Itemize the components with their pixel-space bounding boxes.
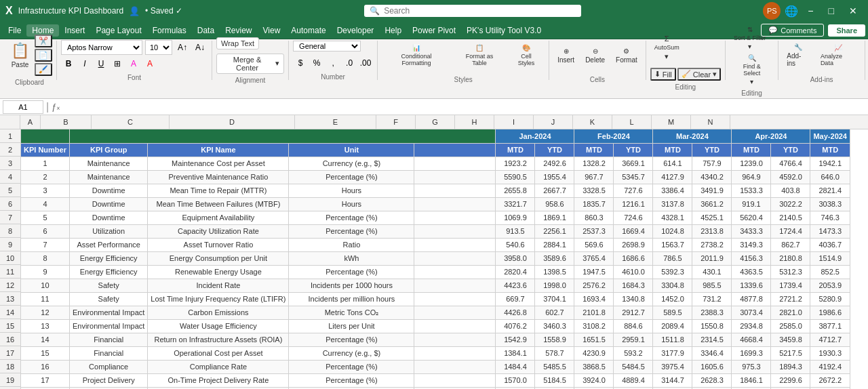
- col-header-b[interactable]: B: [41, 115, 92, 129]
- row-num-15[interactable]: 15: [0, 319, 20, 333]
- cell-a2[interactable]: KPI Number: [21, 143, 69, 157]
- col-header-a[interactable]: A: [20, 115, 41, 129]
- cell-jan-ytd[interactable]: 2492.6: [535, 157, 574, 170]
- cell-j1[interactable]: Mar-2024: [653, 129, 732, 143]
- cell-mar-ytd[interactable]: 757.9: [692, 157, 732, 170]
- cell-kpi-num[interactable]: 1: [21, 157, 69, 170]
- row-num-18[interactable]: 18: [0, 360, 20, 373]
- autosum-button[interactable]: Σ AutoSum ▾: [650, 30, 684, 65]
- row-num-10[interactable]: 10: [0, 251, 20, 265]
- col-header-j[interactable]: J: [534, 115, 573, 129]
- cell-styles-button[interactable]: 🎨 Cell Styles: [508, 38, 545, 73]
- menu-formulas[interactable]: Formulas: [147, 24, 192, 37]
- menu-automate[interactable]: Automate: [285, 24, 331, 37]
- menu-page-layout[interactable]: Page Layout: [90, 24, 146, 37]
- row-num-13[interactable]: 13: [0, 292, 20, 306]
- paste-button[interactable]: 📋 Paste: [7, 38, 33, 73]
- font-size-select[interactable]: 10: [145, 40, 172, 55]
- wrap-text-button[interactable]: Wrap Text: [216, 37, 259, 49]
- cell-apr-ytd[interactable]: 4766.4: [771, 157, 810, 170]
- cell-f1[interactable]: Jan-2024: [496, 129, 574, 143]
- col-header-f[interactable]: F: [376, 115, 416, 129]
- cell-j2[interactable]: MTD: [653, 143, 692, 157]
- insert-button[interactable]: ⊕ Insert: [553, 38, 578, 73]
- share-button[interactable]: Share: [828, 24, 865, 37]
- format-as-table-button[interactable]: 📋 Format as Table: [454, 38, 505, 73]
- underline-button[interactable]: U: [94, 56, 108, 71]
- comments-button[interactable]: 💬 Comments: [761, 24, 824, 37]
- row-num-2[interactable]: 2: [0, 143, 20, 157]
- format-painter-button[interactable]: 🖌️: [35, 63, 52, 76]
- col-header-m[interactable]: M: [652, 115, 691, 129]
- close-button[interactable]: ✕: [844, 4, 863, 18]
- menu-review[interactable]: Review: [220, 24, 257, 37]
- row-num-4[interactable]: 4: [0, 170, 20, 184]
- cell-l1[interactable]: Apr-2024: [732, 129, 810, 143]
- cell-reference-input[interactable]: [3, 100, 43, 114]
- cell-b2[interactable]: KPI Group: [69, 143, 147, 157]
- row-num-12[interactable]: 12: [0, 279, 20, 292]
- cut-button[interactable]: ✂️: [35, 35, 52, 47]
- row-num-9[interactable]: 9: [0, 238, 20, 251]
- cell-g2[interactable]: YTD: [535, 143, 574, 157]
- analyze-data-button[interactable]: 📈 Analyze Data: [816, 38, 861, 73]
- cell-h1[interactable]: Feb-2024: [574, 129, 653, 143]
- currency-button[interactable]: $: [293, 56, 308, 70]
- cell-feb-mtd[interactable]: 1328.2: [574, 157, 614, 170]
- cell-i2[interactable]: YTD: [614, 143, 653, 157]
- cell-d2[interactable]: Unit: [289, 143, 414, 157]
- menu-insert[interactable]: Insert: [59, 24, 90, 37]
- cell-k2[interactable]: YTD: [692, 143, 732, 157]
- col-header-c[interactable]: C: [92, 115, 170, 129]
- format-button[interactable]: ⚙ Format: [612, 38, 642, 73]
- cell-apr-mtd[interactable]: 1239.0: [732, 157, 771, 170]
- search-input[interactable]: [384, 6, 574, 16]
- fill-button[interactable]: ⬇ Fill: [650, 68, 676, 81]
- row-num-19[interactable]: 19: [0, 373, 20, 387]
- cell-c2[interactable]: KPI Name: [148, 143, 289, 157]
- merge-dropdown-icon[interactable]: ▾: [275, 59, 279, 68]
- menu-help[interactable]: Help: [379, 24, 407, 37]
- cell-kpi-name[interactable]: Maintenance Cost per Asset: [148, 157, 289, 170]
- clear-button[interactable]: 🧹 Clear ▾: [677, 68, 721, 81]
- col-header-i[interactable]: I: [494, 115, 534, 129]
- sort-dropdown[interactable]: ▾: [748, 43, 751, 50]
- profile-button[interactable]: PS: [763, 2, 781, 20]
- cell-mar-mtd[interactable]: 614.1: [653, 157, 692, 170]
- cell-kpi-group[interactable]: Maintenance: [69, 157, 147, 170]
- row-num-3[interactable]: 3: [0, 157, 20, 170]
- decrease-font-button[interactable]: A↓: [193, 40, 208, 55]
- cell-n2[interactable]: MTD: [810, 143, 850, 157]
- cell-feb-ytd[interactable]: 3669.1: [614, 157, 653, 170]
- col-header-n[interactable]: N: [691, 115, 730, 129]
- minimize-button[interactable]: −: [802, 4, 818, 18]
- comma-button[interactable]: ,: [326, 56, 340, 70]
- col-header-d[interactable]: D: [170, 115, 295, 129]
- col-header-k[interactable]: K: [573, 115, 612, 129]
- cell-f2[interactable]: MTD: [496, 143, 535, 157]
- col-header-e[interactable]: E: [295, 115, 376, 129]
- font-name-select[interactable]: Aptos Narrow: [61, 40, 142, 55]
- row-num-8[interactable]: 8: [0, 224, 20, 238]
- maximize-button[interactable]: □: [823, 4, 840, 18]
- conditional-formatting-button[interactable]: 📊 Conditional Formatting: [382, 38, 451, 73]
- fill-color-button[interactable]: A: [126, 56, 141, 71]
- delete-button[interactable]: ⊖ Delete: [581, 38, 609, 73]
- italic-button[interactable]: I: [77, 56, 92, 71]
- increase-font-button[interactable]: A↑: [175, 40, 190, 55]
- copy-button[interactable]: 📄: [35, 49, 52, 62]
- clear-dropdown[interactable]: ▾: [713, 70, 717, 79]
- cell-a1[interactable]: [21, 129, 69, 143]
- cell-e2[interactable]: [414, 143, 496, 157]
- find-dropdown[interactable]: ▾: [750, 78, 753, 85]
- cell-h2[interactable]: MTD: [574, 143, 614, 157]
- row-num-5[interactable]: 5: [0, 184, 20, 197]
- font-color-button[interactable]: A: [142, 56, 157, 71]
- formula-input[interactable]: [63, 102, 865, 112]
- menu-pks-utility[interactable]: PK's Utility Tool V3.0: [461, 24, 547, 37]
- bold-button[interactable]: B: [61, 56, 76, 71]
- globe-button[interactable]: 🌐: [785, 5, 798, 18]
- cell-may-mtd[interactable]: 1942.1: [810, 157, 850, 170]
- number-format-select[interactable]: General: [293, 41, 361, 52]
- row-num-7[interactable]: 7: [0, 211, 20, 224]
